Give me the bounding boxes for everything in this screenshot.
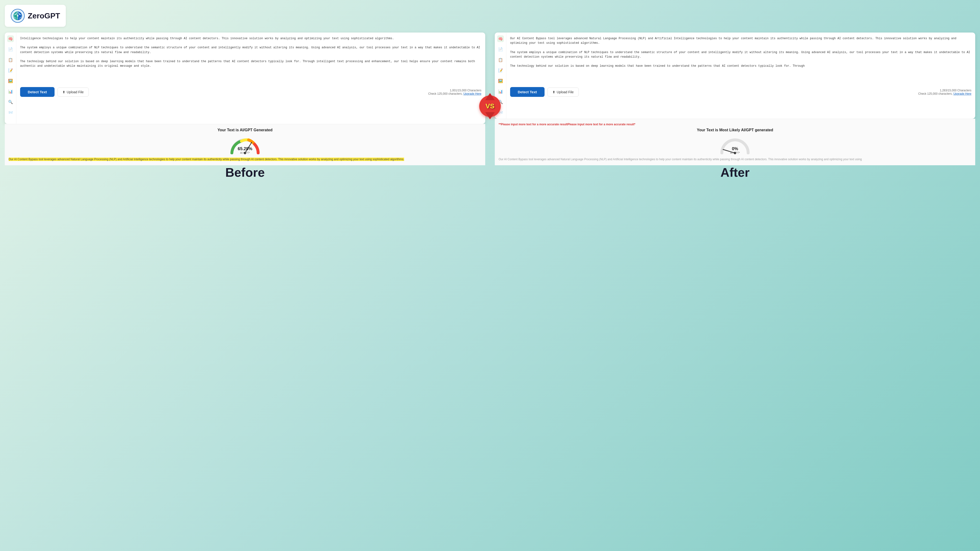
before-actions: Detect Text ⬆ Upload File 1,001/15,000 C… [20,87,481,97]
comparison-panels: 🧠 📄 📋 📝 🖼️ 📊 🔍 📨 Intelligence technologi… [5,33,975,179]
sidebar-image-icon[interactable]: 🖼️ [7,78,14,84]
sidebar-mail-icon[interactable]: 📨 [7,109,14,116]
sidebar-doc-icon[interactable]: 📄 [7,46,14,52]
sidebar-edit-icon[interactable]: 📝 [7,67,14,74]
after-char-info: 1,283/15,000 Characters Check 125,000 ch… [918,89,971,95]
upload-icon: ⬆ [62,90,65,94]
after-result-text: Our AI Content Bypass tool leverages adv… [499,157,971,162]
before-char-count: 1,001/15,000 Characters [428,89,481,92]
highlighted-span: Our AI Content Bypass tool leverages adv… [9,157,404,161]
before-detect-button[interactable]: Detect Text [20,87,54,97]
after-upload-button[interactable]: ⬆ Upload File [547,87,579,97]
logo-icon [11,9,25,23]
before-result: Your Text is AI/GPT Generated [5,124,485,165]
before-highlighted-text: Our AI Content Bypass tool leverages adv… [9,157,481,162]
before-gauge-wrapper: 65.28% AI GPT* [228,135,262,154]
vs-badge: VS [478,94,502,118]
after-warning: **Please input more text for a more accu… [499,123,971,126]
after-actions: Detect Text ⬆ Upload File 1,283/15,000 C… [510,87,971,97]
after-sidebar-clipboard-icon[interactable]: 📋 [497,56,504,63]
after-detect-button[interactable]: Detect Text [510,87,544,97]
after-gauge-sub: AI GPT* [730,151,740,154]
sidebar-brain-icon[interactable]: 🧠 [7,35,14,42]
before-result-title: Your Text is AI/GPT Generated [9,128,481,132]
sidebar-search-icon[interactable]: 🔍 [7,98,14,105]
before-upgrade-row: Check 125,000 characters, Upgrade Here [428,92,481,95]
before-upload-button[interactable]: ⬆ Upload File [57,87,89,97]
after-gauge-wrapper: 0% AI GPT* [718,135,752,154]
after-result-title: Your Text is Most Likely AI/GPT generate… [499,128,971,132]
after-sidebar-brain-icon[interactable]: 🧠 [497,35,504,42]
before-panel-wrapper: 🧠 📄 📋 📝 🖼️ 📊 🔍 📨 Intelligence technologi… [5,33,485,179]
after-char-count: 1,283/15,000 Characters [918,89,971,92]
sidebar-clipboard-icon[interactable]: 📋 [7,56,14,63]
before-gauge-sub: AI GPT* [238,151,252,154]
svg-point-1 [17,15,18,16]
before-sidebar: 🧠 📄 📋 📝 🖼️ 📊 🔍 📨 [5,33,16,124]
brand-name: ZeroGPT [28,11,60,20]
after-sidebar-edit-icon[interactable]: 📝 [497,67,504,74]
after-text-area[interactable]: Our AI Content Bypass tool leverages adv… [510,37,971,84]
after-sidebar-chart-icon[interactable]: 📊 [497,88,504,95]
before-gauge-label: 65.28% AI GPT* [238,146,252,154]
before-text-area[interactable]: Intelligence technologies to help your c… [20,37,481,84]
after-upload-icon: ⬆ [552,90,555,94]
vs-text: VS [485,102,494,110]
after-sidebar-doc-icon[interactable]: 📄 [497,46,504,52]
after-gauge: 0% AI GPT* [499,135,971,154]
before-char-info: 1,001/15,000 Characters Check 125,000 ch… [428,89,481,95]
before-panel-body: Intelligence technologies to help your c… [16,33,485,124]
before-gauge-percent: 65.28% [238,146,252,151]
after-panel: 🧠 📄 📋 📝 🖼️ 📊 🔍 📨 Our AI Content Bypass t… [495,33,975,119]
before-label: Before [5,165,485,179]
after-sidebar-image-icon[interactable]: 🖼️ [497,78,504,84]
after-gauge-percent: 0% [730,146,740,151]
after-result: **Please input more text for a more accu… [495,119,975,165]
after-panel-body: Our AI Content Bypass tool leverages adv… [506,33,975,119]
site-header: ZeroGPT [5,5,66,27]
after-label: After [495,165,975,179]
after-upgrade-row: Check 125,000 characters, Upgrade Here [918,92,971,95]
before-gauge: 65.28% AI GPT* [9,135,481,154]
before-panel: 🧠 📄 📋 📝 🖼️ 📊 🔍 📨 Intelligence technologi… [5,33,485,124]
sidebar-chart-icon[interactable]: 📊 [7,88,14,95]
after-gauge-label: 0% AI GPT* [730,146,740,154]
vs-circle: VS [479,95,501,117]
after-upgrade-link[interactable]: Upgrade Here [953,92,971,95]
after-panel-wrapper: 🧠 📄 📋 📝 🖼️ 📊 🔍 📨 Our AI Content Bypass t… [495,33,975,179]
